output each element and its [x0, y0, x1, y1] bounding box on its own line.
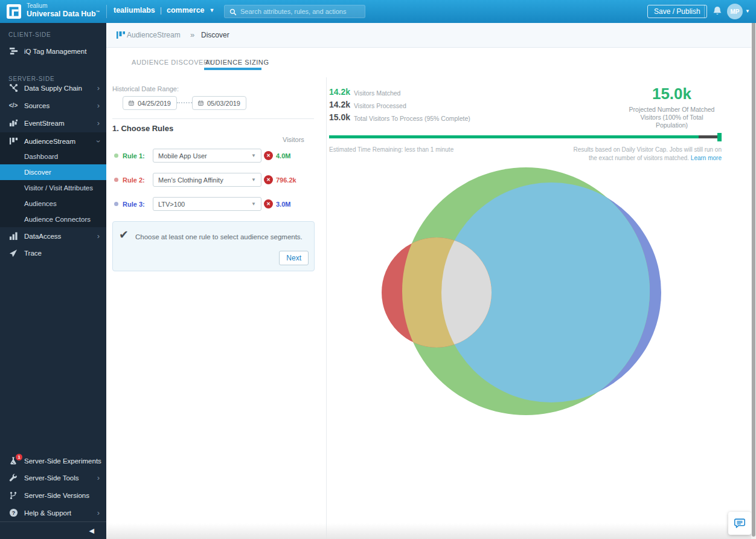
- date-start-input[interactable]: 04/25/2019: [123, 96, 177, 110]
- topbar-divider-2: [704, 5, 705, 18]
- date-range-connector: [177, 102, 192, 103]
- chevron-expanded-icon: ›: [95, 140, 101, 142]
- vertical-scrollbar[interactable]: [751, 0, 756, 539]
- date-end-input[interactable]: 05/03/2019: [192, 96, 246, 110]
- rule-3-select[interactable]: LTV>100 ▼: [153, 197, 261, 211]
- total-visitors-value: 15.0k: [329, 112, 350, 122]
- sidebar-item-label: Visitor / Visit Attributes: [24, 184, 93, 192]
- tools-wrench-icon: [8, 474, 19, 482]
- brand-text: Tealium Universal Data Hub™: [27, 2, 100, 19]
- audiencestream-breadcrumb-icon: [116, 30, 126, 40]
- save-publish-button[interactable]: Save / Publish: [647, 5, 707, 18]
- svg-text:?: ?: [11, 510, 14, 516]
- iq-tag-icon: [8, 47, 19, 56]
- search-input[interactable]: [240, 5, 364, 18]
- sidebar-item-label: Server-Side Experiments: [24, 457, 101, 465]
- sidebar-item-label: Audience Connectors: [24, 216, 91, 223]
- global-search: [224, 5, 365, 18]
- sidebar-item-discover[interactable]: Discover: [0, 164, 106, 180]
- sidebar-item-label: Server-Side Tools: [24, 474, 79, 482]
- select-caret-icon: ▼: [251, 153, 256, 158]
- sidebar-item-audiencestream[interactable]: AudienceStream ›: [0, 132, 106, 150]
- sidebar-item-trace[interactable]: Trace: [0, 244, 106, 262]
- projected-matched-value: 15.0k: [604, 85, 740, 103]
- sidebar-item-dashboard[interactable]: Dashboard: [0, 149, 106, 164]
- breadcrumb-separator-icon: »: [190, 30, 194, 39]
- rule-2-remove-icon[interactable]: ✕: [264, 175, 273, 184]
- audiencestream-icon: [8, 137, 19, 146]
- avatar-chevron-down-icon[interactable]: ▼: [745, 8, 750, 14]
- versions-branch-icon: [8, 491, 19, 500]
- calendar-icon: [198, 100, 203, 106]
- progress-fill: [329, 135, 699, 138]
- notification-badge: 1: [16, 454, 22, 460]
- top-bar: Tealium Universal Data Hub™ tealiumlabs …: [0, 0, 756, 23]
- avatar[interactable]: MP: [727, 4, 743, 19]
- rule-3-label: Rule 3:: [123, 201, 145, 208]
- rule-1-visitors: 4.0M: [276, 152, 290, 160]
- sidebar-item-server-side-versions[interactable]: Server-Side Versions: [0, 486, 106, 504]
- sources-icon: </>: [8, 102, 19, 109]
- choose-rules-title: 1. Choose Rules: [112, 124, 173, 133]
- chevron-right-icon: ›: [97, 475, 100, 481]
- eventstream-icon: [8, 118, 19, 127]
- date-start-value: 04/25/2019: [138, 100, 171, 107]
- app-window: Tealium Universal Data Hub™ tealiumlabs …: [0, 0, 756, 539]
- sidebar-item-help-support[interactable]: ? Help & Support ›: [0, 504, 106, 521]
- next-button[interactable]: Next: [279, 251, 309, 265]
- rule-1-remove-icon[interactable]: ✕: [264, 151, 273, 160]
- sidebar-item-label: EventStream: [24, 120, 64, 127]
- account-name: tealiumlabs: [114, 6, 155, 15]
- sidebar-item-iq-tag-management[interactable]: iQ Tag Management: [0, 42, 106, 60]
- sidebar-item-visitor-visit-attributes[interactable]: Visitor / Visit Attributes: [0, 180, 106, 196]
- sidebar-item-label: Data Supply Chain: [24, 85, 82, 92]
- chat-button[interactable]: [728, 512, 751, 535]
- projected-matched-label: Projected Number Of Matched Visitors (10…: [604, 106, 740, 129]
- sidebar-item-label: Server-Side Versions: [24, 492, 89, 499]
- sidebar-item-server-side-tools[interactable]: Server-Side Tools ›: [0, 469, 106, 486]
- sidebar-item-audience-connectors[interactable]: Audience Connectors: [0, 211, 106, 227]
- rule-2-label: Rule 2:: [123, 176, 145, 184]
- notifications-bell-icon[interactable]: [713, 6, 722, 16]
- audience-venn-diagram[interactable]: [326, 151, 756, 435]
- sidebar-item-data-supply-chain[interactable]: Data Supply Chain ›: [0, 79, 106, 97]
- rule-2-selected-value: Men's Clothing Affinity: [158, 176, 251, 184]
- sidebar-footer: ◀: [0, 521, 106, 539]
- active-tab-underline: [204, 68, 261, 70]
- data-supply-chain-icon: [8, 83, 19, 92]
- date-end-value: 05/03/2019: [207, 100, 240, 107]
- rules-note-box: ✔ Choose at least one rule to select aud…: [112, 221, 315, 271]
- total-visitors-label: Total Visitors To Process (95% Complete): [354, 115, 470, 122]
- rule-2-select[interactable]: Men's Clothing Affinity ▼: [153, 173, 261, 187]
- account-switcher[interactable]: tealiumlabs | commerce ▼: [114, 6, 215, 15]
- sidebar-item-server-side-experiments[interactable]: 1 Server-Side Experiments: [0, 452, 106, 470]
- chevron-right-icon: ›: [97, 85, 100, 91]
- rule-3-dot: [114, 202, 118, 206]
- breadcrumb-parent[interactable]: AudienceStream: [127, 31, 181, 39]
- topbar-divider: [106, 5, 107, 18]
- audiencestream-group: AudienceStream › Dashboard Discover Visi…: [0, 132, 106, 227]
- visitors-processed-value: 14.2k: [329, 100, 350, 109]
- visitors-matched-label: Visitors Matched: [354, 89, 400, 97]
- collapse-sidebar-icon[interactable]: ◀: [89, 527, 94, 535]
- visitors-processed-label: Visitors Processed: [354, 102, 406, 109]
- sidebar-item-dataaccess[interactable]: DataAccess ›: [0, 227, 106, 245]
- sidebar-item-label: iQ Tag Management: [24, 48, 86, 55]
- tealium-logo-icon: [6, 4, 22, 19]
- projected-matched-block: 15.0k Projected Number Of Matched Visito…: [604, 85, 740, 129]
- rule-3-visitors: 3.0M: [276, 201, 290, 208]
- rule-1-dot: [114, 153, 118, 158]
- sidebar-item-label: Help & Support: [24, 509, 71, 517]
- sidebar-item-audiences[interactable]: Audiences: [0, 196, 106, 211]
- chevron-right-icon: ›: [97, 233, 100, 239]
- scrollbar-thumb[interactable]: [752, 1, 755, 537]
- rule-3-remove-icon[interactable]: ✕: [264, 199, 273, 208]
- tab-audience-discovery[interactable]: AUDIENCE DISCOVERY: [132, 59, 213, 66]
- progress-remaining: [699, 135, 717, 138]
- sidebar-item-sources[interactable]: </> Sources ›: [0, 97, 106, 114]
- tab-audience-sizing[interactable]: AUDIENCE SIZING: [205, 59, 269, 66]
- rule-1-label: Rule 1:: [123, 152, 145, 160]
- chevron-down-icon: ▼: [210, 7, 215, 13]
- sidebar-item-eventstream[interactable]: EventStream ›: [0, 114, 106, 132]
- rule-1-select[interactable]: Mobile App User ▼: [153, 149, 261, 163]
